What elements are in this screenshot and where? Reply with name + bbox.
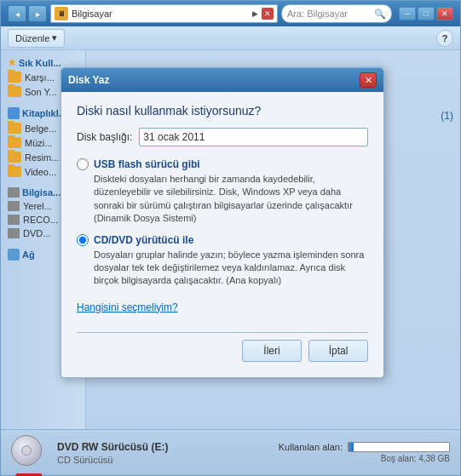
close-button[interactable]: ✕	[436, 7, 453, 20]
address-close-button[interactable]: ✕	[262, 8, 274, 20]
dialog-separator	[77, 332, 368, 333]
free-space-text: Boş alan: 4,38 GB	[381, 454, 450, 463]
address-bar[interactable]: 🖥 Bilgisayar ▶ ✕	[50, 4, 278, 23]
help-button[interactable]: ?	[436, 30, 453, 47]
dialog-title: Disk Yaz	[68, 74, 360, 86]
disk-yaz-dialog: Disk Yaz ✕ Diski nasıl kullanmak istiyor…	[61, 67, 384, 378]
used-label: Kullanılan alan:	[279, 442, 343, 452]
cddvd-option: CD/DVD yürütücü ile Dosyaları gruplar ha…	[77, 234, 368, 288]
space-bar	[348, 442, 450, 452]
dialog-overlay: Disk Yaz ✕ Diski nasıl kullanmak istiyor…	[1, 50, 460, 429]
search-icon: 🔍	[374, 9, 386, 20]
dvd-space-info: Kullanılan alan: Boş alan: 4,38 GB	[279, 442, 450, 463]
dialog-buttons: İleri İptal	[77, 340, 368, 365]
dvd-drive-title: DVD RW Sürücüsü (E:)	[57, 441, 168, 453]
disk-label-text: Disk başlığı:	[77, 131, 132, 143]
usb-option-label[interactable]: USB flash sürücü gibi	[77, 158, 368, 170]
nav-buttons: ◂ ▸	[8, 5, 47, 22]
dialog-title-bar: Disk Yaz ✕	[61, 68, 383, 92]
window-controls: ─ □ ✕	[399, 7, 453, 20]
forward-button[interactable]: ▸	[28, 5, 47, 22]
usb-option: USB flash sürücü gibi Diskteki dosyaları…	[77, 158, 368, 226]
help-label: ?	[442, 33, 448, 43]
dialog-body: Diski nasıl kullanmak istiyorsunuz? Disk…	[61, 92, 383, 377]
search-bar[interactable]: Ara: Bilgisayar 🔍	[281, 4, 392, 23]
dvd-drive-subtitle: CD Sürücüsü	[57, 455, 168, 465]
cddvd-radio[interactable]	[77, 234, 89, 246]
usb-option-desc: Diskteki dosyaları herhangi bir zamanda …	[77, 173, 368, 226]
dvd-badge: DVD-R	[15, 473, 42, 477]
disk-label-input[interactable]	[139, 128, 368, 146]
usb-radio[interactable]	[77, 158, 89, 170]
title-bar: ◂ ▸ 🖥 Bilgisayar ▶ ✕ Ara: Bilgisayar 🔍 ─…	[1, 1, 460, 26]
back-button[interactable]: ◂	[8, 5, 26, 22]
dvd-drive-info: DVD RW Sürücüsü (E:) CD Sürücüsü	[57, 441, 168, 465]
address-arrow-icon: ▶	[252, 9, 258, 18]
help-link[interactable]: Hangisini seçmeliyim?	[77, 301, 178, 313]
disk-label-row: Disk başlığı:	[77, 128, 368, 146]
dialog-close-button[interactable]: ✕	[360, 72, 377, 88]
maximize-button[interactable]: □	[418, 7, 435, 20]
ileri-button[interactable]: İleri	[242, 340, 302, 362]
dialog-heading: Diski nasıl kullanmak istiyorsunuz?	[77, 104, 368, 118]
address-text: Bilgisayar	[72, 9, 249, 19]
minimize-button[interactable]: ─	[399, 7, 416, 20]
iptal-button[interactable]: İptal	[308, 340, 368, 362]
duzenle-label: Düzenle	[15, 33, 49, 43]
dvd-drive-icon-container: DVD-R	[11, 435, 47, 471]
search-placeholder-text: Ara: Bilgisayar	[287, 9, 371, 19]
duzenle-arrow-icon: ▾	[52, 32, 57, 43]
main-window: ◂ ▸ 🖥 Bilgisayar ▶ ✕ Ara: Bilgisayar 🔍 ─…	[0, 0, 461, 476]
computer-icon: 🖥	[55, 7, 68, 20]
bottom-bar: DVD-R DVD RW Sürücüsü (E:) CD Sürücüsü K…	[1, 429, 460, 475]
content-area: ★ Sık Kull... Karşı... Son Y... Kitaplık…	[1, 50, 460, 429]
space-bar-fill	[349, 443, 354, 451]
cddvd-option-desc: Dosyaları gruplar halinde yazın; böylece…	[77, 249, 368, 288]
toolbar: Düzenle ▾ ?	[1, 26, 460, 50]
duzenle-button[interactable]: Düzenle ▾	[8, 29, 65, 48]
dvd-disc-icon	[11, 435, 42, 466]
cddvd-option-label[interactable]: CD/DVD yürütücü ile	[77, 234, 368, 246]
